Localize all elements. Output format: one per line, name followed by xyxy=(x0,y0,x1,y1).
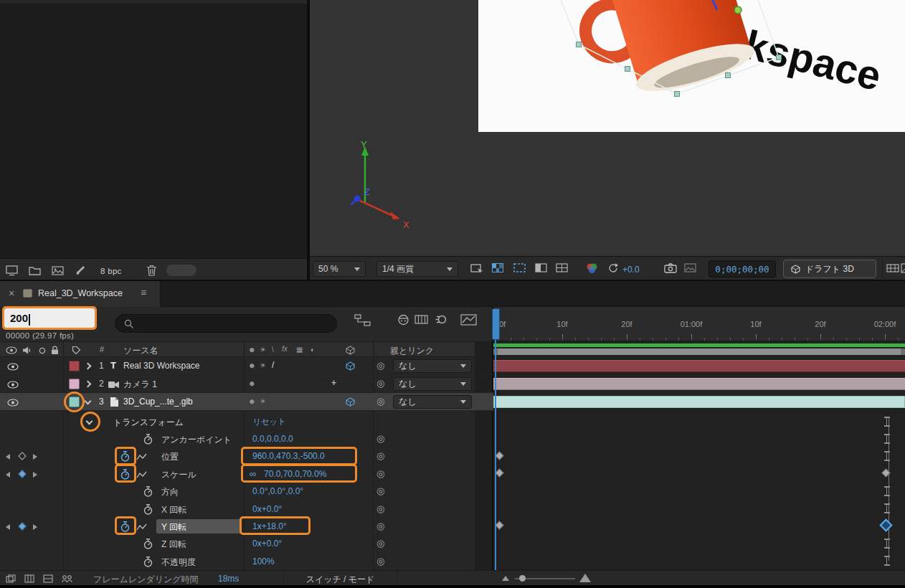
layer-number[interactable]: 2 xyxy=(99,379,104,389)
eye-icon[interactable] xyxy=(7,381,19,389)
graph-include-icon[interactable] xyxy=(136,471,147,479)
property-row-orientation[interactable]: 方向 0.0°,0.0°,0.0° ◎ xyxy=(0,483,493,500)
pickwhip-icon[interactable]: ◎ xyxy=(376,556,384,566)
layer-row-1[interactable]: 1 T Real 3D Workspace ☻ ☀ / ◎ なし xyxy=(0,357,493,375)
region-of-interest-icon[interactable] xyxy=(513,263,526,272)
frame-blend-icon[interactable] xyxy=(414,314,428,325)
viewer-timecode[interactable]: 0;00;00;00 xyxy=(709,260,776,278)
parent-toggle-icon[interactable] xyxy=(62,574,72,583)
eye-icon[interactable] xyxy=(7,399,19,407)
search-input[interactable] xyxy=(115,314,337,333)
stopwatch-icon[interactable] xyxy=(120,450,131,463)
toggle-modes-icon[interactable] xyxy=(43,574,53,583)
property-value[interactable]: 0.0°,0.0°,0.0° xyxy=(252,486,303,496)
composition-canvas[interactable]: kspace xyxy=(478,0,905,132)
label-color-swatch[interactable] xyxy=(69,379,80,389)
guides-grid-icon[interactable] xyxy=(556,263,568,272)
zoom-in-mountain-icon[interactable] xyxy=(579,574,591,582)
snapshot-icon[interactable] xyxy=(664,263,677,273)
stopwatch-icon[interactable] xyxy=(143,433,153,445)
motion-blur-icon[interactable] xyxy=(435,313,447,326)
timeline-zoom-knob[interactable] xyxy=(519,575,526,582)
graph-editor-icon[interactable] xyxy=(460,314,477,326)
pickwhip-icon[interactable]: ◎ xyxy=(376,434,384,444)
keyframe-toggle-icon[interactable] xyxy=(18,522,26,530)
keyframe-toggle-icon[interactable] xyxy=(18,470,26,478)
stopwatch-icon[interactable] xyxy=(143,485,153,498)
comp-flowchart-icon[interactable] xyxy=(354,314,371,326)
eye-icon[interactable] xyxy=(7,363,19,371)
timeline-tab[interactable]: × Real_3D_Workspace ≡ xyxy=(0,281,161,307)
graph-include-icon[interactable] xyxy=(136,453,147,461)
pickwhip-icon[interactable]: ◎ xyxy=(376,379,384,389)
playhead-handle[interactable] xyxy=(492,308,500,340)
transform-group-label[interactable]: トランスフォーム xyxy=(113,417,184,429)
property-row-anchor[interactable]: アンカーポイント 0.0,0.0,0.0 ◎ xyxy=(0,430,493,447)
property-value[interactable]: 0.0,0.0,0.0 xyxy=(252,434,293,444)
property-row-scale[interactable]: スケール ∞ 70.0,70.0,70.0% ◎ xyxy=(0,465,493,483)
monitor-icon[interactable] xyxy=(6,265,19,276)
pickwhip-icon[interactable]: ◎ xyxy=(376,361,384,371)
property-label[interactable]: X 回転 xyxy=(161,504,186,516)
next-keyframe-icon[interactable] xyxy=(33,454,37,460)
layer-name[interactable]: Real 3D Workspace xyxy=(123,361,200,371)
work-area-bar[interactable] xyxy=(493,348,905,355)
channel-settings-icon[interactable] xyxy=(585,262,599,275)
expand-chevron-icon[interactable] xyxy=(85,398,92,405)
trash-icon[interactable] xyxy=(146,265,157,276)
comp-mini-flow-icon[interactable] xyxy=(6,574,16,583)
current-time-input[interactable]: 200 xyxy=(4,308,95,328)
tab-menu-icon[interactable]: ≡ xyxy=(141,287,146,298)
exposure-value[interactable]: +0.0 xyxy=(622,265,640,275)
work-area-end-handle[interactable] xyxy=(901,348,905,355)
property-label[interactable]: Z 回転 xyxy=(161,539,186,551)
property-value[interactable]: 1x+18.0° xyxy=(252,521,287,531)
source-name-column-header[interactable]: ソース名 xyxy=(123,345,158,357)
collapse-switch-icon[interactable]: ☀ xyxy=(260,361,266,370)
label-color-swatch[interactable] xyxy=(69,361,80,371)
switch-mode-button[interactable]: スイッチ / モード xyxy=(284,574,397,586)
pickwhip-icon[interactable]: ◎ xyxy=(376,539,384,549)
next-keyframe-icon[interactable] xyxy=(33,524,37,530)
property-row-position[interactable]: 位置 960.0,470.3,-500.0 ◎ xyxy=(0,447,493,465)
layer-bar-3[interactable] xyxy=(493,396,905,408)
property-label[interactable]: 方向 xyxy=(161,486,179,498)
layer-row-2[interactable]: 2 カメラ 1 ☻ + ◎ なし xyxy=(0,375,493,393)
world-axis-gizmo[interactable]: Y X Z xyxy=(346,138,425,234)
zoom-out-mountain-icon[interactable] xyxy=(502,576,509,581)
property-row-x-rotation[interactable]: X 回転 0x+0.0° ◎ xyxy=(0,501,493,518)
reset-link[interactable]: リセット xyxy=(252,417,286,427)
keyframe-toggle-icon[interactable] xyxy=(18,452,26,460)
property-row-z-rotation[interactable]: Z 回転 0x+0.0° ◎ xyxy=(0,535,493,552)
timeline-graph-bg[interactable] xyxy=(493,341,905,570)
parent-select[interactable]: なし xyxy=(393,359,472,373)
prev-keyframe-icon[interactable] xyxy=(6,454,10,460)
stopwatch-icon[interactable] xyxy=(120,521,131,533)
transform-group-row[interactable]: トランスフォーム リセット xyxy=(0,413,493,430)
property-value[interactable]: 960.0,470.3,-500.0 xyxy=(252,451,325,461)
layer-name[interactable]: カメラ 1 xyxy=(123,379,157,391)
camera-option-icon[interactable]: + xyxy=(331,378,336,388)
layer-number[interactable]: 3 xyxy=(99,397,104,407)
property-label[interactable]: Y 回転 xyxy=(161,521,186,534)
property-label[interactable]: スケール xyxy=(161,469,196,481)
cube-3d-switch-icon[interactable] xyxy=(346,361,355,371)
parent-select[interactable]: なし xyxy=(393,395,472,409)
property-row-y-rotation[interactable]: Y 回転 1x+18.0° ◎ xyxy=(0,518,493,535)
label-color-swatch[interactable] xyxy=(69,397,80,407)
view-layout-icon[interactable] xyxy=(470,263,483,274)
property-label[interactable]: 不透明度 xyxy=(161,556,196,569)
renderer-icon[interactable] xyxy=(901,263,905,273)
pickwhip-icon[interactable]: ◎ xyxy=(376,521,384,531)
property-value[interactable]: 100% xyxy=(252,556,275,566)
zoom-select[interactable]: 50 % xyxy=(313,261,366,277)
property-value[interactable]: 0x+0.0° xyxy=(252,504,282,514)
pickwhip-icon[interactable]: ◎ xyxy=(376,451,384,461)
quality-switch-icon[interactable]: / xyxy=(272,360,274,370)
layer-bar-1[interactable] xyxy=(493,360,905,372)
shy-switch-icon[interactable]: ☻ xyxy=(248,361,256,370)
parent-select[interactable]: なし xyxy=(393,377,472,391)
cube-3d-switch-icon[interactable] xyxy=(346,397,355,407)
collapse-switch-icon[interactable]: ☀ xyxy=(260,397,266,406)
constrain-link-icon[interactable]: ∞ xyxy=(250,468,256,479)
